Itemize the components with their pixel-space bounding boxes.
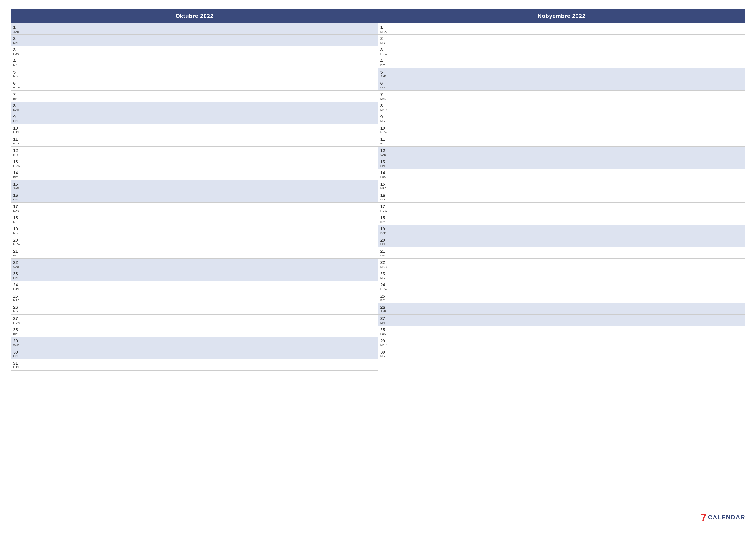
day-number: 30: [380, 349, 743, 355]
day-row: 14BIY: [11, 169, 378, 180]
day-number: 13: [13, 159, 376, 164]
day-number: 25: [380, 293, 743, 299]
day-row: 16MIY: [378, 191, 745, 203]
day-name: MIY: [380, 355, 743, 358]
day-name: LUN: [13, 366, 376, 369]
day-row: 30LIN: [11, 348, 378, 359]
day-name: SAB: [13, 30, 376, 33]
day-number: 15: [380, 182, 743, 187]
day-name: SAB: [13, 108, 376, 112]
day-number: 6: [13, 81, 376, 86]
calendar-header-oktober: Oktubre 2022: [11, 9, 378, 23]
day-number: 3: [380, 47, 743, 52]
day-number: 30: [13, 349, 376, 355]
day-row: 31LUN: [11, 359, 378, 370]
day-row: 21LUN: [378, 247, 745, 259]
day-name: LIN: [380, 243, 743, 246]
day-name: MIY: [380, 198, 743, 201]
day-name: MIY: [13, 310, 376, 313]
day-number: 18: [380, 215, 743, 220]
day-name: LUN: [13, 131, 376, 134]
day-number: 2: [13, 36, 376, 41]
day-number: 28: [13, 327, 376, 332]
day-row: 24HUW: [378, 281, 745, 292]
day-row: 26MIY: [11, 303, 378, 315]
day-name: BIY: [380, 220, 743, 223]
day-row: 15SAB: [11, 180, 378, 191]
day-row: 25MAR: [11, 292, 378, 303]
day-number: 28: [380, 327, 743, 332]
day-name: BIY: [380, 142, 743, 145]
day-row: 8MAR: [378, 102, 745, 113]
brand-number: 7: [701, 511, 707, 523]
day-name: MAR: [380, 30, 743, 33]
day-row: 22SAB: [11, 259, 378, 270]
day-row: 25BIY: [378, 292, 745, 303]
day-name: LUN: [13, 288, 376, 291]
day-row: 21BIY: [11, 247, 378, 259]
day-name: MIY: [380, 119, 743, 123]
day-name: MAR: [380, 265, 743, 268]
day-number: 16: [380, 193, 743, 198]
day-row: 19MIY: [11, 225, 378, 236]
day-number: 16: [13, 193, 376, 198]
day-name: HUW: [13, 243, 376, 246]
day-name: HUW: [13, 164, 376, 167]
day-row: 6LIN: [378, 79, 745, 91]
calendar-header-nobyembre: Nobyembre 2022: [378, 9, 745, 23]
day-name: HUW: [380, 209, 743, 212]
day-row: 5SAB: [378, 68, 745, 79]
day-number: 29: [380, 338, 743, 343]
day-name: LIN: [380, 164, 743, 167]
day-row: 30MIY: [378, 348, 745, 359]
day-number: 4: [380, 58, 743, 64]
day-row: 29SAB: [11, 337, 378, 348]
day-row: 3LUN: [11, 46, 378, 57]
day-row: 20HUW: [11, 236, 378, 247]
day-row: 11BIY: [378, 136, 745, 147]
day-name: HUW: [380, 52, 743, 56]
day-name: BIY: [380, 64, 743, 67]
day-name: MAR: [380, 187, 743, 190]
day-row: 9MIY: [378, 113, 745, 124]
day-number: 31: [13, 361, 376, 366]
day-row: 17LUN: [11, 203, 378, 214]
day-row: 26SAB: [378, 303, 745, 315]
day-number: 27: [13, 316, 376, 321]
calendars-row: Oktubre 20221SAB2LIN3LUN4MAR5MIY6HUW7BIY…: [11, 9, 745, 525]
day-name: HUW: [13, 86, 376, 89]
page: Oktubre 20221SAB2LIN3LUN4MAR5MIY6HUW7BIY…: [0, 0, 756, 534]
day-row: 18BIY: [378, 214, 745, 225]
day-row: 8SAB: [11, 102, 378, 113]
day-number: 14: [13, 170, 376, 175]
day-name: HUW: [380, 131, 743, 134]
day-row: 1SAB: [11, 23, 378, 35]
day-number: 9: [380, 114, 743, 119]
day-name: SAB: [13, 343, 376, 347]
day-number: 2: [380, 36, 743, 41]
day-number: 12: [13, 148, 376, 153]
day-row: 1MAR: [378, 23, 745, 35]
day-name: MIY: [380, 41, 743, 44]
day-row: 15MAR: [378, 180, 745, 191]
days-list-nobyembre: 1MAR2MIY3HUW4BIY5SAB6LIN7LUN8MAR9MIY10HU…: [378, 23, 745, 525]
day-name: MAR: [13, 299, 376, 302]
day-row: 29MAR: [378, 337, 745, 348]
day-row: 28BIY: [11, 326, 378, 337]
day-number: 4: [13, 58, 376, 64]
day-number: 22: [380, 260, 743, 265]
day-number: 26: [13, 305, 376, 310]
day-name: LIN: [13, 198, 376, 201]
day-row: 27HUW: [11, 315, 378, 326]
day-name: SAB: [13, 265, 376, 268]
day-number: 23: [13, 271, 376, 276]
day-number: 15: [13, 182, 376, 187]
days-list-oktober: 1SAB2LIN3LUN4MAR5MIY6HUW7BIY8SAB9LIN10LU…: [11, 23, 378, 525]
day-name: MIY: [13, 232, 376, 235]
day-number: 13: [380, 159, 743, 164]
day-number: 7: [380, 92, 743, 97]
day-number: 20: [13, 238, 376, 243]
day-row: 12SAB: [378, 147, 745, 158]
brand-text: CALENDAR: [708, 514, 745, 521]
day-row: 23MIY: [378, 270, 745, 281]
